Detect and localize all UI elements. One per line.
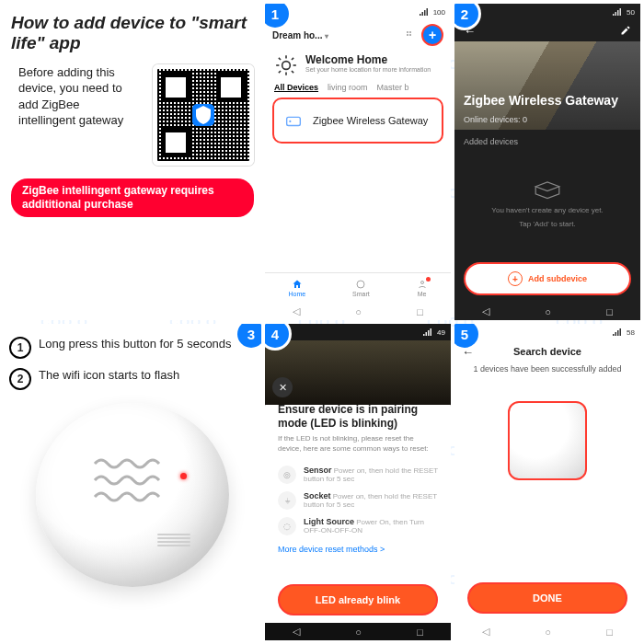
- edit-icon[interactable]: [620, 25, 631, 38]
- screenshot-step-1: 1 100 Dream ho... ▾ + Welcome Home Set y…: [265, 4, 451, 320]
- svg-line-9: [279, 58, 281, 60]
- vibration-icon: [90, 454, 173, 510]
- light-icon: ◌: [278, 517, 296, 535]
- success-message: 1 devices have been successfully added: [454, 362, 640, 381]
- view-toggle-icon[interactable]: [405, 29, 416, 40]
- welcome-sub: Set your home location for more informat…: [305, 66, 431, 73]
- plus-icon: +: [508, 271, 523, 286]
- device-card-gateway[interactable]: Zigbee Wireless Gateway: [272, 98, 443, 144]
- added-devices-label: Added devices: [454, 130, 640, 150]
- welcome-title: Welcome Home: [305, 53, 431, 66]
- android-nav: ◁○□: [265, 623, 451, 640]
- weather-icon: [274, 53, 298, 77]
- speaker-vents: [157, 534, 190, 546]
- physical-instructions: 1Long press this button for 5 seconds 2T…: [9, 337, 256, 390]
- android-nav: ◁○□: [265, 303, 451, 320]
- reset-option-sensor: ◎ Sensor Power on, then hold the RESET b…: [278, 466, 438, 484]
- svg-point-0: [407, 31, 408, 33]
- add-device-button[interactable]: +: [421, 24, 443, 46]
- svg-line-11: [279, 71, 281, 73]
- bottom-nav: Home Smart Me: [265, 272, 451, 303]
- svg-point-16: [420, 282, 423, 284]
- intro-panel: How to add device to "smart life" app Be…: [4, 4, 261, 320]
- step-number-2: 2: [9, 368, 31, 390]
- search-title: Search device: [513, 346, 581, 357]
- gateway-icon: [283, 110, 304, 131]
- close-button[interactable]: ✕: [272, 377, 293, 397]
- svg-point-2: [407, 34, 408, 36]
- svg-point-1: [409, 31, 411, 33]
- device-card-label: Zigbee Wireless Gateway: [313, 115, 428, 126]
- empty-state: You haven't create any device yet. Tap '…: [454, 150, 640, 257]
- add-subdevice-button[interactable]: + Add subdevice: [464, 262, 631, 295]
- found-device-thumb[interactable]: [508, 401, 587, 480]
- status-bar: 100: [265, 4, 451, 20]
- pairing-desc: If the LED is not blinking, please reset…: [278, 434, 438, 454]
- qr-logo-icon: [192, 104, 214, 126]
- qr-code: [153, 64, 254, 166]
- signal-icon: [422, 327, 433, 338]
- screenshot-step-2: 2 11:00 50 ← Zigbee Wireless Gateway Onl…: [454, 4, 640, 320]
- svg-point-3: [409, 34, 411, 36]
- reset-option-light: ◌ Light Source Power On, then Turn OFF-O…: [278, 517, 438, 535]
- location-dropdown[interactable]: Dream ho... ▾: [272, 30, 328, 40]
- gateway-title: Zigbee Wireless Gateway: [464, 93, 618, 108]
- done-button[interactable]: DONE: [467, 582, 627, 614]
- purchase-warning-badge: ZigBee intellingent gateway requires add…: [11, 178, 254, 217]
- room-tabs[interactable]: All Devices living room Master b: [265, 83, 451, 92]
- recent-nav-icon[interactable]: □: [417, 306, 423, 317]
- nav-home[interactable]: Home: [288, 279, 305, 297]
- tab-master-b[interactable]: Master b: [377, 83, 409, 92]
- signal-icon: [612, 327, 623, 338]
- screenshot-step-4: 4 49 ✕ Ensure device is in pairing mode …: [265, 324, 451, 640]
- svg-line-12: [292, 58, 293, 60]
- socket-icon: ⏚: [278, 491, 296, 510]
- status-bar: 11:00 50: [454, 4, 640, 20]
- android-nav: ◁○□: [454, 623, 640, 640]
- status-led-icon: [180, 473, 187, 479]
- modal-backdrop: ✕: [265, 340, 451, 405]
- led-blink-button[interactable]: LED already blink: [278, 584, 438, 615]
- signal-icon: [419, 6, 430, 17]
- online-count: Online devices: 0: [464, 115, 527, 124]
- svg-line-10: [292, 71, 293, 73]
- svg-point-4: [282, 62, 291, 70]
- status-bar: 49: [265, 324, 451, 340]
- more-reset-link[interactable]: More device reset methods >: [278, 545, 438, 554]
- nav-smart[interactable]: Smart: [352, 279, 370, 297]
- intro-text: Before adding this device, you need to a…: [18, 64, 138, 129]
- status-bar: 58: [454, 324, 640, 340]
- back-nav-icon[interactable]: ◁: [293, 305, 300, 317]
- page-title: How to add device to "smart life" app: [11, 13, 254, 53]
- device-panel: 3 1Long press this button for 5 seconds …: [4, 324, 261, 640]
- svg-point-15: [357, 281, 364, 288]
- home-nav-icon[interactable]: ○: [355, 306, 362, 317]
- screenshot-step-5: 5 58 ← Search device 1 devices have been…: [454, 324, 640, 640]
- tab-living-room[interactable]: living room: [328, 83, 368, 92]
- tab-all-devices[interactable]: All Devices: [274, 83, 318, 92]
- step-number-1: 1: [9, 337, 31, 359]
- svg-point-14: [289, 121, 291, 122]
- smart-icon: [355, 279, 366, 290]
- sensor-icon: ◎: [278, 466, 296, 484]
- home-icon: [292, 279, 303, 290]
- pairing-heading: Ensure device is in pairing mode (LED is…: [278, 403, 438, 431]
- nav-me[interactable]: Me: [417, 279, 428, 297]
- person-icon: [417, 279, 428, 290]
- reset-option-socket: ⏚ Socket Power on, then hold the RESET b…: [278, 491, 438, 510]
- signal-icon: [612, 6, 623, 17]
- gateway-hero-image: Zigbee Wireless Gateway Online devices: …: [454, 41, 640, 130]
- device-photo: [36, 403, 229, 587]
- empty-box-icon: [533, 178, 562, 201]
- svg-rect-13: [287, 117, 301, 125]
- android-nav: ◁○□: [454, 303, 640, 320]
